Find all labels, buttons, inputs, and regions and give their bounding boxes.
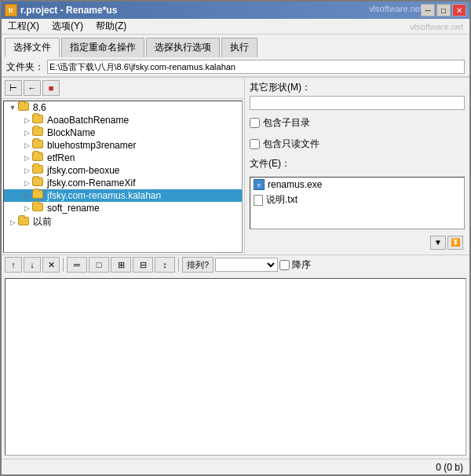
nav-toolbar: ⊢ ← ■	[2, 78, 244, 99]
main-content: ⊢ ← ■ ▼ 8.6 ▷ AoaoBatchRename	[2, 77, 469, 254]
btn-move-down[interactable]: ↓	[24, 257, 41, 273]
tab-exec-options[interactable]: 选探执行选项	[146, 38, 220, 57]
btn-move-up[interactable]: ↑	[5, 257, 22, 273]
tree-node-aoao[interactable]: ▷ AoaoBatchRename	[4, 114, 242, 126]
divider-1	[63, 258, 64, 272]
arrow-down-btn[interactable]: ▼	[430, 236, 446, 250]
tab-bar: 选择文件 指定重命名操作 选探执行选项 执行	[2, 35, 469, 57]
folder-icon-prev	[18, 217, 31, 228]
tab-select-files[interactable]: 选择文件	[5, 38, 60, 57]
order-checkbox[interactable]	[279, 260, 290, 270]
tree-node-etfren[interactable]: ▷ etfRen	[4, 152, 242, 164]
btn-action-1[interactable]: ═	[67, 257, 87, 273]
tree-node-blockname[interactable]: ▷ BlockName	[4, 126, 242, 139]
rename-area	[5, 278, 466, 456]
btn-action-2[interactable]: □	[89, 257, 109, 273]
expand-icon-8-6: ▼	[7, 102, 18, 113]
bottom-toolbar: ↑ ↓ ✕ ═ □ ⊞ ⊟ ↕ 排列? 降序	[2, 254, 469, 275]
tree-node-renamus[interactable]: ▷ jfsky.com-renamus.kalahan	[4, 189, 242, 202]
folder-icon-etfren	[32, 152, 45, 163]
down-arrows-section: ▼ ⏬	[250, 234, 465, 251]
expand-icon-beoxue: ▷	[21, 165, 32, 176]
folder-icon-renamus	[32, 190, 45, 201]
main-window: Ir r.project - Rename*us ─ □ ✕ vlsoftwar…	[0, 0, 471, 476]
expand-icon-renamexif: ▷	[21, 178, 32, 189]
sort-select[interactable]	[215, 258, 278, 272]
tree-label-softrename: soft_rename	[47, 203, 100, 214]
minimize-button[interactable]: ─	[421, 4, 435, 16]
other-shapes-section: 其它形状(M)：	[250, 81, 465, 110]
nav-back-btn[interactable]: ⊢	[5, 80, 22, 96]
btn-action-3[interactable]: ⊞	[111, 257, 131, 273]
expand-icon-softrename: ▷	[21, 203, 32, 214]
checkbox-subdirs[interactable]	[250, 118, 260, 128]
file-name-txt: 说明.txt	[266, 193, 298, 207]
maximize-button[interactable]: □	[436, 4, 451, 16]
btn-action-5[interactable]: ↕	[155, 257, 175, 273]
folder-path-row: 文件夹：	[2, 57, 469, 77]
tree-node-beoxue[interactable]: ▷ jfsky.com-beoxue	[4, 164, 242, 177]
tree-node-softrename[interactable]: ▷ soft_rename	[4, 202, 242, 214]
expand-icon-prev: ▷	[7, 217, 18, 228]
folder-label: 文件夹：	[6, 60, 44, 74]
tree-label-etfren: etfRen	[47, 152, 75, 163]
expand-icon-bluehost: ▷	[21, 140, 32, 151]
tree-label-bluehost: bluehostmp3renamer	[47, 140, 136, 151]
folder-path-input[interactable]	[47, 60, 465, 74]
arrow-down-double-btn[interactable]: ⏬	[447, 236, 463, 250]
menu-project[interactable]: 工程(X)	[5, 19, 42, 34]
other-shapes-input[interactable]	[250, 96, 465, 110]
order-label: 降序	[292, 258, 311, 272]
title-controls: ─ □ ✕	[421, 4, 466, 16]
folder-icon-renamexif	[32, 178, 45, 189]
close-button[interactable]: ✕	[452, 4, 466, 16]
divider-2	[178, 258, 179, 272]
watermark: vlsoftware.net	[369, 4, 422, 13]
file-name-exe: renamus.exe	[268, 179, 322, 190]
checkbox-subdirs-row: 包含子目录	[250, 115, 465, 131]
window-title: r.project - Rename*us	[20, 5, 117, 16]
file-item-exe[interactable]: e renamus.exe	[250, 178, 464, 192]
checkbox-readonly[interactable]	[250, 139, 260, 149]
btn-delete[interactable]: ✕	[42, 257, 60, 273]
folder-icon-blockname	[32, 127, 45, 138]
tree-label-prev: 以前	[33, 215, 52, 229]
folder-icon-beoxue	[32, 165, 45, 176]
btn-action-4[interactable]: ⊟	[133, 257, 153, 273]
files-list[interactable]: e renamus.exe 说明.txt	[250, 177, 465, 229]
tab-execute[interactable]: 执行	[221, 38, 257, 57]
tree-label-beoxue: jfsky.com-beoxue	[47, 165, 119, 176]
expand-icon-blockname: ▷	[21, 127, 32, 138]
menubar: 工程(X) 选项(Y) 帮助(Z) vlsoftware.net	[2, 19, 469, 35]
tree-label-renamus: jfsky.com-renamus.kalahan	[47, 190, 161, 201]
file-item-txt[interactable]: 说明.txt	[250, 192, 464, 208]
tab-rename-op[interactable]: 指定重命名操作	[61, 38, 144, 57]
folder-icon-8-6	[18, 102, 31, 113]
files-section-label: 文件(E)：	[250, 157, 465, 170]
folder-icon-aoao	[32, 115, 45, 126]
status-bar: 0 (0 b)	[2, 459, 469, 474]
expand-icon-aoao: ▷	[21, 115, 32, 126]
tree-label-8-6: 8.6	[33, 102, 46, 113]
tree-label-aoao: AoaoBatchRename	[47, 115, 129, 126]
expand-icon-renamus: ▷	[21, 190, 32, 201]
file-icon-txt	[254, 195, 263, 206]
tree-node-prev[interactable]: ▷ 以前	[4, 214, 242, 229]
file-icon-exe: e	[254, 179, 265, 190]
title-bar: Ir r.project - Rename*us ─ □ ✕ vlsoftwar…	[2, 2, 469, 19]
expand-icon-etfren: ▷	[21, 152, 32, 163]
file-tree[interactable]: ▼ 8.6 ▷ AoaoBatchRename ▷ BlockName ▷	[3, 101, 243, 253]
tree-node-8-6[interactable]: ▼ 8.6	[4, 101, 242, 114]
checkbox-subdirs-label: 包含子目录	[263, 116, 310, 130]
order-check-row: 降序	[279, 258, 311, 272]
menu-help[interactable]: 帮助(Z)	[93, 19, 130, 34]
folder-icon-bluehost	[32, 140, 45, 151]
nav-refresh-btn[interactable]: ■	[42, 80, 60, 96]
nav-up-btn[interactable]: ←	[24, 80, 41, 96]
tree-node-renamexif[interactable]: ▷ jfsky.com-RenameXif	[4, 177, 242, 189]
checkbox-readonly-row: 包含只读文件	[250, 136, 465, 152]
tree-node-bluehost[interactable]: ▷ bluehostmp3renamer	[4, 139, 242, 152]
menu-options[interactable]: 选项(Y)	[49, 19, 86, 34]
tree-label-blockname: BlockName	[47, 127, 95, 138]
btn-sort[interactable]: 排列?	[182, 257, 214, 273]
